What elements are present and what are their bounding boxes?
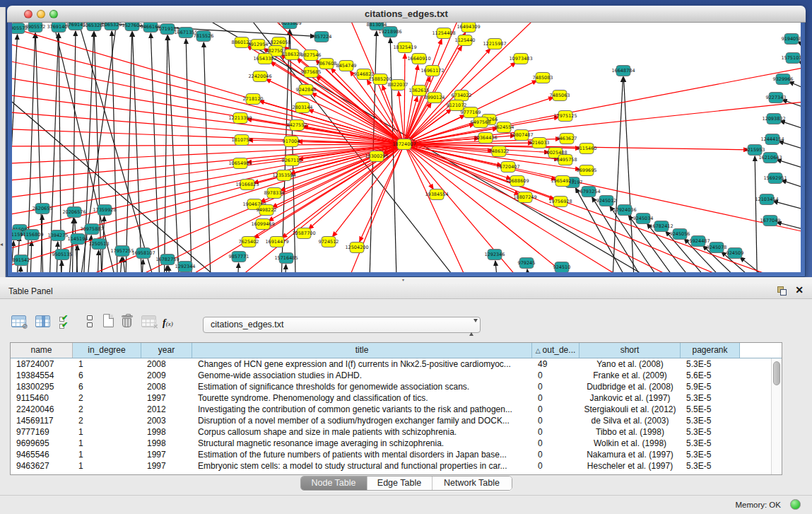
graph-edge[interactable]: [168, 266, 173, 272]
tab-network-table[interactable]: Network Table: [432, 477, 512, 490]
graph-edge[interactable]: [404, 54, 405, 144]
graph-node-label: 19218986: [378, 29, 401, 35]
graph-node-label: 8186328: [282, 52, 302, 57]
table-row[interactable]: 977716911998Corpus callosum shape and si…: [11, 426, 782, 438]
network-view-window[interactable]: citations_edges.txt 29055728905572376914…: [7, 6, 806, 277]
graph-edge[interactable]: [12, 241, 13, 272]
graph-node-label: 9699695: [577, 168, 597, 173]
graph-edge[interactable]: [16, 236, 19, 272]
graph-edge[interactable]: [12, 129, 404, 144]
close-panel-button[interactable]: ✕: [795, 284, 804, 296]
cell-name: 19384554: [11, 370, 73, 381]
graph-edge[interactable]: [777, 160, 801, 175]
create-column-button[interactable]: [103, 314, 114, 327]
graph-node-label: 19654923: [551, 178, 574, 184]
scrollbar-thumb[interactable]: [773, 361, 780, 385]
node-table[interactable]: namein_degreeyeartitle△out_de...shortpag…: [10, 342, 782, 475]
table-row[interactable]: 911546021997Tourette syndrome. Phenomeno…: [11, 392, 782, 404]
float-panel-button[interactable]: [777, 286, 787, 296]
graph-edge[interactable]: [740, 257, 800, 272]
graph-edge[interactable]: [782, 180, 801, 194]
cell-pagerank: 5.3E-5: [681, 426, 740, 438]
cell-name: 18300295: [11, 381, 73, 392]
south-splitter[interactable]: ▾: [0, 277, 812, 283]
row-mode-button[interactable]: [86, 315, 93, 329]
table-row[interactable]: 969969511998Structural magnetic resonanc…: [11, 438, 782, 449]
column-header-name[interactable]: name: [11, 343, 73, 358]
graph-edge[interactable]: [495, 261, 500, 272]
graph-edge[interactable]: [245, 23, 464, 272]
graph-node-label: 16958107: [131, 250, 155, 256]
graph-node-label: 15692951: [763, 175, 787, 181]
graph-node-label: 2867608: [317, 61, 337, 66]
table-row[interactable]: 1830029562008Estimation of significance …: [11, 381, 782, 392]
window-titlebar[interactable]: citations_edges.txt: [7, 6, 806, 23]
graph-edge[interactable]: [164, 35, 167, 272]
cell-out_de: 0: [532, 370, 579, 381]
table-row[interactable]: 1872400712008Changes of HCN gene express…: [11, 358, 782, 370]
delete-x-icon: ✕: [153, 323, 158, 330]
graph-edge[interactable]: [782, 100, 801, 115]
graph-edge[interactable]: [125, 32, 132, 272]
column-header-pagerank[interactable]: pagerank: [681, 343, 740, 358]
column-header-out_de[interactable]: △out_de...: [532, 343, 579, 358]
show-columns-button[interactable]: [35, 315, 50, 327]
graph-node-label: 1677049: [760, 218, 781, 223]
graph-edge[interactable]: [284, 264, 286, 272]
memory-ok-indicator[interactable]: [790, 499, 801, 510]
graph-edge[interactable]: [779, 141, 801, 156]
trash-icon: [122, 314, 133, 328]
cell-short: Franke et al. (2009): [579, 370, 681, 381]
vertical-scrollbar[interactable]: [771, 358, 782, 474]
cell-name: 9777169: [11, 426, 73, 438]
graph-edge[interactable]: [30, 241, 32, 272]
graph-edge[interactable]: [755, 156, 758, 272]
cell-title: Genome-wide association studies in ADHD.: [192, 370, 532, 381]
graph-edge[interactable]: [204, 42, 211, 272]
table-mode-button[interactable]: ⚙: [11, 315, 26, 327]
west-splitter[interactable]: ◂: [0, 7, 6, 279]
tab-edge-table[interactable]: Edge Table: [367, 477, 432, 490]
graph-edge[interactable]: [611, 77, 623, 272]
collapse-left-arrow-icon[interactable]: ◂: [0, 242, 3, 247]
graph-edge[interactable]: [12, 111, 404, 144]
table-row[interactable]: 1456911722003Disruption of a novel membe…: [11, 415, 782, 426]
graph-edge[interactable]: [404, 144, 471, 272]
graph-node-label: 9245056: [670, 231, 690, 237]
function-builder-button[interactable]: f(x): [163, 316, 173, 329]
graph-edge[interactable]: [19, 267, 21, 272]
graph-edge[interactable]: [259, 101, 404, 144]
graph-edge[interactable]: [623, 77, 635, 272]
graph-edge[interactable]: [12, 144, 404, 164]
table-row[interactable]: 946554611997Estimation of the future num…: [11, 449, 782, 460]
graph-edge[interactable]: [112, 31, 118, 272]
graph-edge[interactable]: [527, 269, 531, 272]
graph-node-label: 7485063: [550, 93, 570, 98]
graph-edge[interactable]: [780, 121, 801, 136]
graph-edge[interactable]: [118, 257, 122, 272]
column-header-title[interactable]: title: [192, 343, 532, 358]
graph-edge[interactable]: [97, 250, 99, 272]
graph-node-label: 9505135: [52, 252, 73, 257]
table-chooser-combobox[interactable]: citations_edges.txt: [203, 317, 481, 333]
splitter-grip-icon[interactable]: ▾: [402, 278, 404, 282]
column-header-year[interactable]: year: [141, 343, 192, 358]
column-header-in_degree[interactable]: in_degree: [73, 343, 141, 358]
column-header-short[interactable]: short: [579, 343, 681, 358]
graph-node-label: 15924487: [686, 238, 710, 244]
graph-edge[interactable]: [773, 201, 801, 215]
network-canvas[interactable]: 2905572890557237691406376914110653287106…: [12, 23, 801, 272]
select-columns-button[interactable]: ✔ ✔: [59, 315, 73, 329]
table-row[interactable]: 1938455462009Genome-wide association stu…: [11, 370, 782, 381]
table-row[interactable]: 946362711997Embryonic stem cells: a mode…: [11, 460, 782, 472]
graph-edge[interactable]: [12, 144, 404, 146]
graph-edge[interactable]: [237, 263, 239, 272]
graph-node-label: 20206576: [62, 209, 86, 215]
tab-node-table[interactable]: Node Table: [301, 477, 367, 490]
graph-edge[interactable]: [789, 82, 801, 97]
cell-name: 9115460: [11, 392, 73, 404]
graph-edge[interactable]: [186, 39, 192, 272]
graph-edge[interactable]: [12, 144, 404, 182]
table-row[interactable]: 2242004622012Investigating the contribut…: [11, 404, 782, 415]
delete-column-button[interactable]: [122, 314, 133, 328]
